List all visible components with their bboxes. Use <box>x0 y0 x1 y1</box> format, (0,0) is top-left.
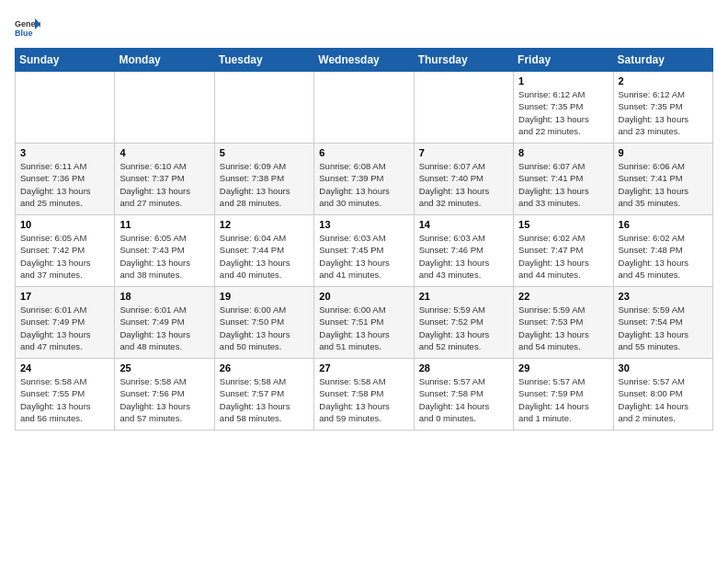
day-info: Sunrise: 6:03 AM Sunset: 7:46 PM Dayligh… <box>419 232 508 281</box>
day-header: Thursday <box>414 49 513 72</box>
day-number: 4 <box>119 147 209 158</box>
day-info: Sunrise: 6:07 AM Sunset: 7:41 PM Dayligh… <box>518 160 608 209</box>
day-number: 18 <box>119 291 209 302</box>
day-info: Sunrise: 5:57 AM Sunset: 7:58 PM Dayligh… <box>419 375 508 424</box>
calendar-cell: 23Sunrise: 5:59 AM Sunset: 7:54 PM Dayli… <box>613 287 712 359</box>
day-info: Sunrise: 6:11 AM Sunset: 7:36 PM Dayligh… <box>20 160 109 209</box>
day-info: Sunrise: 5:57 AM Sunset: 7:59 PM Dayligh… <box>518 375 608 424</box>
day-number: 19 <box>220 291 309 302</box>
day-number: 20 <box>319 291 408 302</box>
calendar-cell: 27Sunrise: 5:58 AM Sunset: 7:58 PM Dayli… <box>314 359 414 431</box>
calendar-cell <box>214 72 313 144</box>
calendar-cell: 17Sunrise: 6:01 AM Sunset: 7:49 PM Dayli… <box>16 287 115 359</box>
calendar-cell: 5Sunrise: 6:09 AM Sunset: 7:38 PM Daylig… <box>214 144 313 215</box>
calendar-week-row: 10Sunrise: 6:05 AM Sunset: 7:42 PM Dayli… <box>16 215 713 287</box>
day-number: 17 <box>20 291 109 302</box>
calendar-cell: 12Sunrise: 6:04 AM Sunset: 7:44 PM Dayli… <box>214 215 313 287</box>
day-info: Sunrise: 6:00 AM Sunset: 7:50 PM Dayligh… <box>220 304 309 352</box>
day-number: 23 <box>619 291 708 302</box>
day-number: 16 <box>619 219 708 230</box>
calendar-cell: 21Sunrise: 5:59 AM Sunset: 7:52 PM Dayli… <box>414 287 513 359</box>
day-info: Sunrise: 6:07 AM Sunset: 7:40 PM Dayligh… <box>419 160 508 209</box>
day-info: Sunrise: 6:01 AM Sunset: 7:49 PM Dayligh… <box>119 304 209 352</box>
day-number: 10 <box>20 219 109 230</box>
calendar-cell: 29Sunrise: 5:57 AM Sunset: 7:59 PM Dayli… <box>514 359 613 431</box>
day-header: Saturday <box>613 49 712 72</box>
calendar-cell: 11Sunrise: 6:05 AM Sunset: 7:43 PM Dayli… <box>115 215 214 287</box>
day-info: Sunrise: 6:08 AM Sunset: 7:39 PM Dayligh… <box>319 160 408 209</box>
svg-text:Blue: Blue <box>15 29 33 38</box>
calendar-cell: 24Sunrise: 5:58 AM Sunset: 7:55 PM Dayli… <box>16 359 115 431</box>
day-info: Sunrise: 6:04 AM Sunset: 7:44 PM Dayligh… <box>220 232 309 281</box>
calendar-cell: 26Sunrise: 5:58 AM Sunset: 7:57 PM Dayli… <box>214 359 313 431</box>
calendar: SundayMondayTuesdayWednesdayThursdayFrid… <box>15 48 713 431</box>
calendar-cell <box>115 72 214 144</box>
day-info: Sunrise: 6:12 AM Sunset: 7:35 PM Dayligh… <box>619 88 708 137</box>
day-number: 11 <box>119 219 209 230</box>
day-info: Sunrise: 5:58 AM Sunset: 7:55 PM Dayligh… <box>20 375 109 424</box>
day-info: Sunrise: 6:05 AM Sunset: 7:42 PM Dayligh… <box>20 232 109 281</box>
calendar-cell: 18Sunrise: 6:01 AM Sunset: 7:49 PM Dayli… <box>115 287 214 359</box>
calendar-cell: 1Sunrise: 6:12 AM Sunset: 7:35 PM Daylig… <box>514 72 613 144</box>
day-number: 24 <box>20 362 109 373</box>
calendar-cell: 7Sunrise: 6:07 AM Sunset: 7:40 PM Daylig… <box>414 144 513 215</box>
calendar-cell: 19Sunrise: 6:00 AM Sunset: 7:50 PM Dayli… <box>214 287 313 359</box>
calendar-cell: 25Sunrise: 5:58 AM Sunset: 7:56 PM Dayli… <box>115 359 214 431</box>
day-number: 7 <box>419 147 508 158</box>
calendar-cell: 4Sunrise: 6:10 AM Sunset: 7:37 PM Daylig… <box>115 144 214 215</box>
day-info: Sunrise: 5:57 AM Sunset: 8:00 PM Dayligh… <box>619 375 708 424</box>
calendar-cell: 30Sunrise: 5:57 AM Sunset: 8:00 PM Dayli… <box>613 359 712 431</box>
day-number: 6 <box>319 147 408 158</box>
day-number: 14 <box>419 219 508 230</box>
calendar-week-row: 1Sunrise: 6:12 AM Sunset: 7:35 PM Daylig… <box>16 72 713 144</box>
calendar-cell: 3Sunrise: 6:11 AM Sunset: 7:36 PM Daylig… <box>16 144 115 215</box>
calendar-week-row: 24Sunrise: 5:58 AM Sunset: 7:55 PM Dayli… <box>16 359 713 431</box>
day-header: Friday <box>514 49 613 72</box>
day-info: Sunrise: 5:59 AM Sunset: 7:52 PM Dayligh… <box>419 304 508 352</box>
day-info: Sunrise: 6:02 AM Sunset: 7:47 PM Dayligh… <box>518 232 608 281</box>
day-info: Sunrise: 6:06 AM Sunset: 7:41 PM Dayligh… <box>619 160 708 209</box>
day-info: Sunrise: 5:59 AM Sunset: 7:53 PM Dayligh… <box>518 304 608 352</box>
day-number: 3 <box>20 147 109 158</box>
day-info: Sunrise: 6:03 AM Sunset: 7:45 PM Dayligh… <box>319 232 408 281</box>
day-number: 8 <box>518 147 608 158</box>
day-number: 21 <box>419 291 508 302</box>
calendar-cell: 14Sunrise: 6:03 AM Sunset: 7:46 PM Dayli… <box>414 215 513 287</box>
day-header: Wednesday <box>314 49 414 72</box>
day-info: Sunrise: 6:10 AM Sunset: 7:37 PM Dayligh… <box>119 160 209 209</box>
calendar-cell: 9Sunrise: 6:06 AM Sunset: 7:41 PM Daylig… <box>613 144 712 215</box>
day-info: Sunrise: 6:01 AM Sunset: 7:49 PM Dayligh… <box>20 304 109 352</box>
day-number: 2 <box>619 75 708 86</box>
day-info: Sunrise: 6:02 AM Sunset: 7:48 PM Dayligh… <box>619 232 708 281</box>
day-info: Sunrise: 5:59 AM Sunset: 7:54 PM Dayligh… <box>619 304 708 352</box>
calendar-cell: 15Sunrise: 6:02 AM Sunset: 7:47 PM Dayli… <box>514 215 613 287</box>
day-number: 9 <box>619 147 708 158</box>
day-number: 25 <box>119 362 209 373</box>
calendar-cell: 20Sunrise: 6:00 AM Sunset: 7:51 PM Dayli… <box>314 287 414 359</box>
logo-icon: General Blue <box>15 15 40 40</box>
logo: General Blue <box>15 15 40 40</box>
calendar-header-row: SundayMondayTuesdayWednesdayThursdayFrid… <box>16 49 713 72</box>
day-header: Tuesday <box>214 49 313 72</box>
day-info: Sunrise: 6:09 AM Sunset: 7:38 PM Dayligh… <box>220 160 309 209</box>
day-number: 13 <box>319 219 408 230</box>
day-info: Sunrise: 5:58 AM Sunset: 7:56 PM Dayligh… <box>119 375 209 424</box>
day-info: Sunrise: 6:12 AM Sunset: 7:35 PM Dayligh… <box>518 88 608 137</box>
day-header: Monday <box>115 49 214 72</box>
calendar-cell: 28Sunrise: 5:57 AM Sunset: 7:58 PM Dayli… <box>414 359 513 431</box>
calendar-cell: 16Sunrise: 6:02 AM Sunset: 7:48 PM Dayli… <box>613 215 712 287</box>
calendar-week-row: 3Sunrise: 6:11 AM Sunset: 7:36 PM Daylig… <box>16 144 713 215</box>
calendar-cell <box>314 72 414 144</box>
calendar-cell <box>414 72 513 144</box>
day-number: 5 <box>220 147 309 158</box>
calendar-cell <box>16 72 115 144</box>
calendar-cell: 10Sunrise: 6:05 AM Sunset: 7:42 PM Dayli… <box>16 215 115 287</box>
day-number: 29 <box>518 362 608 373</box>
day-number: 12 <box>220 219 309 230</box>
day-number: 30 <box>619 362 708 373</box>
day-number: 15 <box>518 219 608 230</box>
day-number: 27 <box>319 362 408 373</box>
day-number: 26 <box>220 362 309 373</box>
calendar-week-row: 17Sunrise: 6:01 AM Sunset: 7:49 PM Dayli… <box>16 287 713 359</box>
day-info: Sunrise: 6:00 AM Sunset: 7:51 PM Dayligh… <box>319 304 408 352</box>
